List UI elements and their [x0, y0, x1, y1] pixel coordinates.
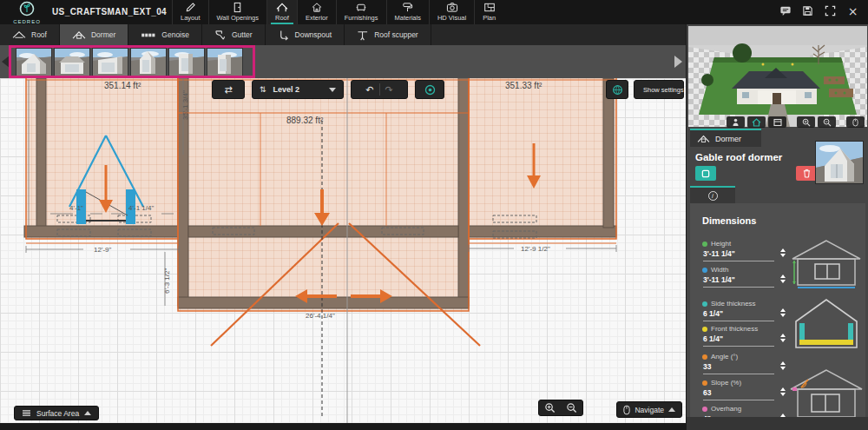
render-snapshot-button[interactable] — [415, 80, 444, 99]
duplicate-dormer-button[interactable] — [695, 166, 716, 181]
slope-stepper[interactable] — [780, 387, 786, 396]
tool-dormer[interactable]: Dormer — [60, 24, 128, 45]
area-label-left: 351.14 ft² — [104, 81, 141, 90]
dim-dormer-right: 4'-1 1/4" — [128, 204, 154, 212]
feedback-icon[interactable] — [779, 4, 792, 17]
preview-zoom-out-button[interactable] — [818, 116, 836, 128]
width-stepper[interactable] — [780, 275, 786, 283]
switch-view-button[interactable]: ⇄ — [212, 80, 245, 99]
width-input[interactable]: 3'-11 1/4" — [703, 275, 774, 288]
fullscreen-icon[interactable] — [824, 4, 837, 17]
tool-gutter[interactable]: Gutter — [202, 24, 266, 45]
scroll-right-arrow[interactable] — [674, 56, 682, 68]
roof-plane-left-wing[interactable] — [26, 78, 178, 239]
thumbnail-gable-roof-dormer[interactable] — [16, 48, 52, 76]
slope-input[interactable]: 63 — [703, 388, 774, 400]
roof-plan-drawing: 351.14 ft² 889.32 ft² 351.33 ft² 4'-1" 4… — [0, 78, 686, 423]
tab-label: HD Visual — [437, 14, 466, 22]
plan-card-button[interactable] — [768, 116, 786, 128]
preview-navigate-button[interactable] — [846, 116, 865, 128]
door-icon — [232, 2, 243, 13]
spacer — [789, 116, 794, 128]
thumbnail-tall-flat-dormer-2[interactable] — [207, 48, 243, 76]
thumbnail-tall-flat-dormer[interactable] — [168, 48, 205, 76]
scroll-left-arrow[interactable] — [2, 56, 10, 68]
tab-materials[interactable]: Materials — [386, 0, 429, 24]
angle-input[interactable]: 33 — [703, 362, 774, 374]
downspout-icon — [278, 30, 290, 41]
side-thickness-color-dot — [702, 301, 707, 307]
zoom-in-icon[interactable] — [544, 402, 556, 413]
navigate-button[interactable]: Navigate — [616, 401, 682, 418]
tool-roof[interactable]: Roof — [0, 24, 60, 45]
side-thickness-input[interactable]: 6 1/4" — [703, 309, 774, 321]
level-label: Level 2 — [273, 85, 300, 94]
field-label: Slope (%) — [711, 379, 741, 387]
slope-color-dot — [702, 380, 707, 386]
redo-button[interactable]: ↷ — [385, 85, 393, 95]
visibility-quick-button[interactable] — [606, 80, 628, 99]
tool-downspout[interactable]: Downspout — [266, 24, 345, 45]
tab-exterior[interactable]: Exterior — [297, 0, 336, 24]
swap-arrows-icon: ⇄ — [224, 85, 232, 95]
tool-genoise[interactable]: Genoise — [128, 24, 202, 45]
delete-dormer-button[interactable] — [796, 166, 817, 181]
diagram-height-width — [789, 238, 864, 294]
tab-layout[interactable]: Layout — [172, 0, 208, 24]
zoom-out-icon — [823, 118, 832, 127]
mouse-icon — [623, 405, 630, 415]
card-icon — [773, 118, 782, 127]
surface-area-button[interactable]: Surface Area — [14, 406, 99, 420]
mouse-icon — [852, 118, 858, 127]
roof-scupper-icon — [357, 30, 369, 41]
zoom-out-icon[interactable] — [566, 402, 577, 413]
thumbnail-hip-roof-dormer[interactable] — [54, 48, 90, 76]
plan-canvas[interactable]: 351.14 ft² 889.32 ft² 351.33 ft² 4'-1" 4… — [0, 78, 686, 423]
spacer — [838, 116, 844, 128]
dim-right-bottom: 12'-9 1/2" — [521, 245, 550, 253]
level-selector[interactable]: ⇅ Level 2 — [252, 80, 344, 99]
undo-button[interactable]: ↶ — [365, 85, 373, 95]
tab-dormer-panel[interactable]: Dormer — [690, 129, 761, 147]
tab-hd-visual[interactable]: HD Visual — [429, 0, 474, 24]
tool-label: Genoise — [161, 30, 189, 39]
height-stepper[interactable] — [780, 248, 786, 257]
project-name: US_CRAFTSMAN_EXT_04 — [52, 7, 167, 17]
area-label-center: 889.32 ft² — [286, 116, 324, 125]
right-sidebar: Dormer Gable roof dormer i — [686, 24, 868, 430]
angle-stepper[interactable] — [780, 361, 786, 370]
side-thickness-stepper[interactable] — [780, 308, 786, 317]
aerial-house-button[interactable] — [747, 116, 766, 128]
paint-roller-icon — [402, 2, 413, 13]
walkthrough-person-button[interactable] — [727, 116, 745, 128]
show-settings-button[interactable]: Show settings — [634, 80, 684, 99]
dormer-icon — [72, 30, 86, 41]
roof-outline-icon — [12, 30, 26, 41]
3d-preview-viewport[interactable] — [688, 26, 867, 127]
thumbnail-shed-roof-dormer[interactable] — [92, 48, 128, 76]
tab-roof[interactable]: Roof — [266, 0, 297, 24]
tab-label: Wall Openings — [217, 14, 260, 22]
field-height: Height 3'-11 1/4" — [702, 241, 786, 265]
dim-dormer-left: 4'-1" — [69, 204, 83, 212]
panel-title: Gable roof dormer — [695, 152, 782, 162]
front-thickness-input[interactable]: 6 1/4" — [703, 334, 774, 347]
close-icon[interactable]: × — [846, 4, 859, 17]
info-icon: i — [708, 191, 718, 201]
sidebar-footer — [687, 417, 868, 430]
thumbnail-tall-gable-dormer[interactable] — [130, 48, 167, 76]
cedreo-logo: CEDREO — [7, 1, 47, 24]
height-input[interactable]: 3'-11 1/4" — [703, 249, 774, 261]
preview-zoom-in-button[interactable] — [797, 116, 815, 128]
roof-plane-right-wing[interactable] — [469, 78, 616, 239]
tab-plan[interactable]: Plan — [474, 0, 503, 24]
save-icon[interactable] — [801, 4, 814, 17]
dormer-type-thumbnail[interactable] — [815, 141, 864, 184]
level-stepper-icon: ⇅ — [260, 86, 266, 94]
tab-dormer-info[interactable]: i — [690, 186, 735, 203]
front-thickness-stepper[interactable] — [780, 334, 786, 342]
field-angle: Angle (°) 33 — [702, 354, 786, 378]
tab-furnishings[interactable]: Furnishings — [336, 0, 386, 24]
tab-wall-openings[interactable]: Wall Openings — [208, 0, 267, 24]
tool-roof-scupper[interactable]: Roof scupper — [345, 24, 431, 45]
